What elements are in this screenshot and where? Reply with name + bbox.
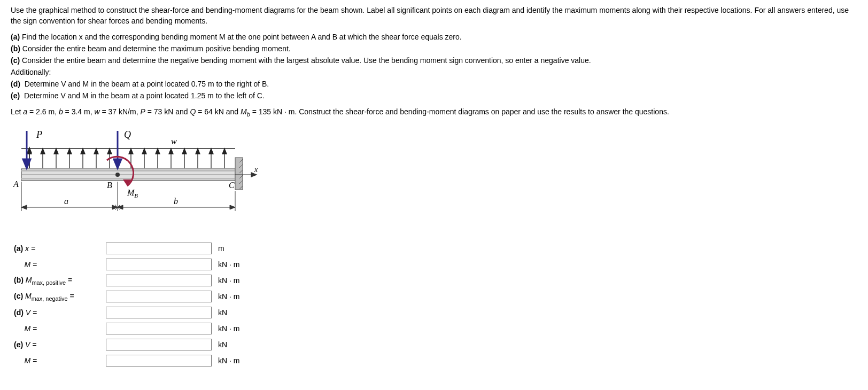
ans-b-M-sub: max, positive [32,279,66,286]
label-w: w [171,137,177,146]
unit-a-x: m [218,244,224,253]
problem-intro: Use the graphical method to construct th… [11,5,857,26]
part-c-tag: (c) [11,56,20,65]
ans-d-M-label: M = [24,324,37,333]
svg-marker-12 [81,149,85,154]
fixed-support [235,158,243,190]
unit-a-M: kN · m [218,260,239,269]
svg-marker-55 [21,205,27,209]
label-MB: MB [127,188,138,199]
svg-marker-20 [142,149,146,154]
part-d-tag: (d) [11,80,20,88]
ans-d-V-label: V = [26,308,37,317]
svg-rect-36 [21,178,235,180]
input-a-M[interactable] [106,259,212,270]
ans-e-M-label: M = [24,356,37,365]
point-B-pin [115,173,120,177]
label-x: x [254,166,258,174]
unit-c-M: kN · m [218,292,239,301]
ans-c-M-prefix: M [25,292,32,300]
distributed-load-arrows [27,149,227,168]
input-d-V[interactable] [106,307,212,318]
given-values: Let a = 2.6 m, b = 3.4 m, w = 37 kN/m, P… [11,107,857,119]
answer-table: (a) x = m M = kN · m (b) Mmax, positive … [11,240,243,369]
input-a-x[interactable] [106,243,212,254]
part-e-tag: (e) [11,91,20,100]
input-d-M[interactable] [106,323,212,334]
additionally: Additionally: [11,68,51,76]
label-Q: Q [124,129,131,140]
ans-c-M-suffix: = [68,292,74,300]
label-B: B [107,181,112,190]
svg-marker-47 [114,159,121,168]
part-a-text: Find the location x and the correspondin… [22,33,462,41]
svg-marker-28 [196,149,200,154]
svg-marker-32 [222,149,227,154]
beam-figure: P Q w A B C MB a b x [11,128,857,230]
ans-c-M-sub: max, negative [32,295,68,302]
part-b-tag: (b) [11,44,20,53]
part-b-text: Consider the entire beam and determine t… [22,44,291,53]
svg-marker-8 [54,149,58,154]
unit-b-M: kN · m [218,276,239,285]
subparts: (a) Find the location x and the correspo… [11,32,857,102]
dim-b: b [174,197,178,206]
label-P: P [36,129,42,140]
ans-b-M-prefix: M [26,276,32,284]
ans-e-V-label: V = [25,340,36,349]
svg-marker-26 [182,149,187,154]
ans-e-tag: (e) [14,340,23,349]
ans-a-x-label: x = [25,244,35,253]
svg-marker-58 [118,205,123,209]
part-e-text: Determine V and M in the beam at a point… [24,91,265,100]
part-d-text: Determine V and M in the beam at a point… [25,80,269,88]
input-c-M[interactable] [106,291,212,302]
svg-marker-6 [41,149,45,154]
ans-b-M-suffix: = [66,276,72,284]
svg-marker-16 [107,149,112,154]
input-e-V[interactable] [106,339,212,350]
svg-marker-10 [67,149,72,154]
svg-rect-35 [21,170,235,171]
svg-marker-14 [94,149,98,154]
svg-marker-24 [169,149,173,154]
part-c-text: Consider the entire beam and determine t… [22,56,591,65]
unit-e-M: kN · m [218,356,239,365]
label-C: C [229,181,235,190]
ans-b-tag: (b) [14,276,24,284]
svg-marker-59 [230,205,235,209]
svg-marker-30 [209,149,213,154]
svg-marker-18 [129,149,133,154]
unit-d-M: kN · m [218,324,239,333]
ans-a-M-label: M = [24,260,37,269]
force-Q [114,131,121,168]
unit-e-V: kN [218,340,227,349]
beam-body [21,169,235,181]
dim-a: a [64,197,68,206]
svg-marker-22 [156,149,160,154]
ans-a-tag: (a) [14,244,23,253]
input-b-M[interactable] [106,275,212,286]
ans-d-tag: (d) [14,308,24,317]
ans-c-tag: (c) [14,292,23,300]
svg-rect-37 [235,158,243,190]
input-e-M[interactable] [106,355,212,366]
svg-marker-56 [112,205,118,209]
part-a-tag: (a) [11,33,20,41]
unit-d-V: kN [218,308,227,317]
label-A: A [13,180,19,189]
